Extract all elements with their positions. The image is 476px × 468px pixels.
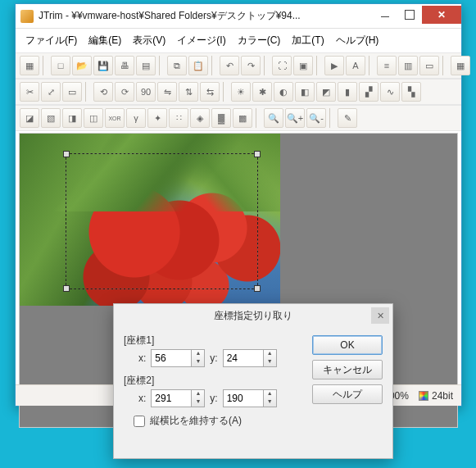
app-icon — [20, 10, 34, 23]
y2-input[interactable] — [223, 389, 264, 407]
dialog-title: 座標指定切り取り — [214, 309, 292, 323]
tool-2color-icon[interactable]: ◫ — [84, 108, 103, 128]
menu-help[interactable]: ヘルプ(H) — [331, 32, 384, 49]
y1-spinner[interactable]: ▲▼ — [264, 349, 277, 367]
tool-brightness-up-icon[interactable]: ☀ — [231, 82, 251, 102]
tool-rotate-right-icon[interactable]: ⟳ — [115, 82, 134, 102]
toolbar-row-2: ✂ ⤢ ▭ ⟲ ⟳ 90 ⇋ ⇅ ⇆ ☀ ✱ ◐ ◧ ◩ ▮ ▞ ∿ ▚ — [16, 79, 461, 105]
tool-zoom-in-icon[interactable]: 🔍+ — [285, 108, 305, 128]
cancel-button[interactable]: キャンセル — [312, 360, 383, 379]
tool-rgb-icon[interactable]: ◧ — [295, 82, 315, 102]
menubar: ファイル(F) 編集(E) 表示(V) イメージ(I) カラー(C) 加工(T)… — [16, 29, 461, 52]
coord1-label: [座標1] — [124, 334, 306, 348]
tool-settings-icon[interactable]: ▦ — [451, 56, 470, 75]
toolbar-row-3: ◪ ▧ ◨ ◫ XOR γ ✦ ∷ ◈ ▓ ▩ 🔍 🔍+ 🔍- ✎ — [16, 105, 461, 131]
tool-contrast-icon[interactable]: ◐ — [274, 82, 293, 102]
tool-thumbnail-icon[interactable]: ▦ — [20, 56, 39, 75]
menu-image[interactable]: イメージ(I) — [172, 32, 230, 49]
toolbar-row-1: ▦ □ 📂 💾 🖶 ▤ ⧉ 📋 ↶ ↷ ⛶ ▣ ▶ A ≡ ▥ ▭ ▦ — [16, 52, 461, 79]
status-depth: 24bit — [419, 390, 453, 402]
x1-spinner[interactable]: ▲▼ — [192, 349, 205, 367]
window-title: JTrim - ¥¥vmware-host¥Shared Folders¥デスク… — [39, 9, 373, 23]
tool-posterize-icon[interactable]: ▚ — [401, 82, 421, 102]
tool-paste-icon[interactable]: 📋 — [188, 56, 208, 75]
tool-crop-icon[interactable]: ✂ — [20, 82, 39, 102]
tool-levels-icon[interactable]: ▞ — [359, 82, 379, 102]
tool-redo-icon[interactable]: ↷ — [241, 56, 261, 75]
titlebar: JTrim - ¥¥vmware-host¥Shared Folders¥デスク… — [16, 4, 461, 29]
color-depth-icon — [419, 391, 428, 401]
tool-undo-icon[interactable]: ↶ — [220, 56, 239, 75]
menu-file[interactable]: ファイル(F) — [20, 32, 82, 49]
tool-open-icon[interactable]: 📂 — [72, 56, 92, 75]
ok-button[interactable]: OK — [312, 335, 383, 355]
x2-input[interactable] — [151, 389, 192, 407]
y2-label: y: — [210, 393, 217, 404]
tool-mosaic-icon[interactable]: ▩ — [233, 108, 252, 128]
tool-copy-icon[interactable]: ⧉ — [167, 56, 187, 75]
tool-hue-icon[interactable]: ◩ — [316, 82, 336, 102]
tool-text-icon[interactable]: A — [346, 56, 365, 75]
tool-rotate-left-icon[interactable]: ⟲ — [93, 82, 113, 102]
tool-sepia-icon[interactable]: ▧ — [41, 108, 61, 128]
y1-label: y: — [210, 352, 217, 364]
tool-save-icon[interactable]: 💾 — [93, 56, 113, 75]
tool-new-icon[interactable]: □ — [51, 56, 70, 75]
dialog-close-button[interactable]: ✕ — [371, 307, 389, 324]
tool-blur-icon[interactable]: ▓ — [211, 108, 231, 128]
tool-gamma-icon[interactable]: γ — [126, 108, 146, 128]
tool-zoom-fit-icon[interactable]: 🔍 — [264, 108, 283, 128]
tool-screenshot-icon[interactable]: ▭ — [419, 56, 439, 75]
menu-process[interactable]: 加工(T) — [287, 32, 329, 49]
keep-aspect-label: 縦横比を維持する(A) — [150, 414, 242, 428]
tool-wallpaper-icon[interactable]: ▣ — [293, 56, 313, 75]
tool-flip-h-icon[interactable]: ⇋ — [157, 82, 177, 102]
tool-negative-icon[interactable]: ◨ — [62, 108, 82, 128]
tool-histogram-icon[interactable]: ▮ — [338, 82, 357, 102]
selection-handle-tr[interactable] — [254, 151, 261, 157]
tool-sharpen-icon[interactable]: ✦ — [147, 108, 167, 128]
tool-combine-icon[interactable]: ▥ — [398, 56, 418, 75]
tool-emboss-icon[interactable]: ◈ — [190, 108, 210, 128]
dialog-titlebar: 座標指定切り取り ✕ — [114, 304, 392, 327]
tool-slideshow-icon[interactable]: ▶ — [324, 56, 344, 75]
tool-fullscreen-icon[interactable]: ⛶ — [272, 56, 292, 75]
tool-zoom-out-icon[interactable]: 🔍- — [306, 108, 326, 128]
tool-resize-icon[interactable]: ⤢ — [41, 82, 61, 102]
maximize-button[interactable] — [397, 6, 422, 24]
tool-scanner-icon[interactable]: ▤ — [136, 56, 156, 75]
tool-printer-icon[interactable]: 🖶 — [115, 56, 134, 75]
keep-aspect-checkbox[interactable] — [134, 416, 145, 427]
tool-flip-v-icon[interactable]: ⇅ — [179, 82, 198, 102]
menu-color[interactable]: カラー(C) — [233, 32, 286, 49]
crop-selection[interactable] — [66, 153, 258, 289]
minimize-button[interactable] — [373, 6, 397, 24]
x2-spinner[interactable]: ▲▼ — [192, 389, 205, 407]
menu-view[interactable]: 表示(V) — [128, 32, 170, 49]
tool-canvas-icon[interactable]: ▭ — [62, 82, 82, 102]
coord2-label: [座標2] — [124, 374, 306, 388]
x2-label: x: — [138, 393, 146, 404]
tool-noise-icon[interactable]: ∷ — [169, 108, 188, 128]
tool-brightness-down-icon[interactable]: ✱ — [252, 82, 272, 102]
help-button[interactable]: ヘルプ — [312, 384, 383, 404]
selection-handle-bl[interactable] — [63, 285, 70, 292]
menu-edit[interactable]: 編集(E) — [84, 32, 126, 49]
y1-input[interactable] — [223, 349, 264, 367]
selection-handle-tl[interactable] — [63, 151, 70, 157]
x1-input[interactable] — [151, 349, 192, 367]
close-button[interactable]: ✕ — [422, 6, 461, 24]
y2-spinner[interactable]: ▲▼ — [264, 389, 277, 407]
crop-dialog: 座標指定切り取り ✕ [座標1] x: ▲▼ y: ▲▼ [座標2] x: ▲▼… — [113, 303, 393, 459]
selection-handle-br[interactable] — [254, 285, 261, 292]
tool-xor-icon[interactable]: XOR — [105, 108, 125, 128]
tool-grayscale-icon[interactable]: ◪ — [20, 108, 39, 128]
tool-batch-icon[interactable]: ≡ — [377, 56, 397, 75]
tool-curves-icon[interactable]: ∿ — [380, 82, 400, 102]
x1-label: x: — [138, 352, 146, 364]
tool-eyedropper-icon[interactable]: ✎ — [338, 108, 357, 128]
tool-rotate90-icon[interactable]: 90 — [136, 82, 156, 102]
tool-shift-icon[interactable]: ⇆ — [200, 82, 220, 102]
